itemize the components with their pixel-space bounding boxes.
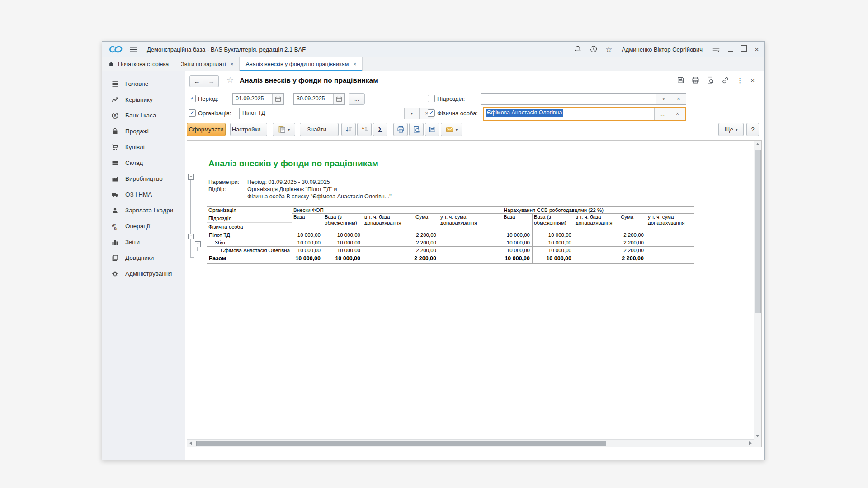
favorites-icon[interactable]: ☆ xyxy=(605,46,612,53)
link-button[interactable] xyxy=(722,76,729,84)
person-pick-button[interactable]: ... xyxy=(654,108,670,120)
sort-desc-button[interactable] xyxy=(341,123,356,136)
forward-button[interactable]: → xyxy=(204,75,219,87)
save-button[interactable] xyxy=(677,76,684,84)
sidebar-item-fixed-assets[interactable]: ОЗ і НМА xyxy=(102,187,185,202)
preview-report-button[interactable] xyxy=(409,123,424,136)
service-menu-icon[interactable] xyxy=(712,45,720,53)
sidebar-item-operations[interactable]: ДтКтОперації xyxy=(102,218,185,234)
user-name[interactable]: Админенко Віктор Сергійович xyxy=(622,46,703,53)
main-menu-icon[interactable] xyxy=(129,46,138,53)
person-value[interactable]: Єфімова Анастасія Олегівна xyxy=(484,108,654,120)
sidebar-item-bank-cash[interactable]: ₴Банк і каса xyxy=(102,108,185,123)
period-to-value[interactable]: 30.09.2025 xyxy=(294,94,333,104)
organization-value[interactable]: Пілот ТД xyxy=(240,108,404,119)
find-button[interactable]: Знайти... xyxy=(300,123,339,136)
tab-salary-reports[interactable]: Звіти по зарплаті× xyxy=(175,57,240,71)
save-report-button[interactable] xyxy=(425,123,439,136)
vertical-scroll-thumb[interactable] xyxy=(755,150,761,313)
tab-close-icon[interactable]: × xyxy=(353,61,356,67)
person-checkbox[interactable]: ✓ xyxy=(428,109,435,117)
preview-button[interactable] xyxy=(707,76,714,84)
vertical-scrollbar[interactable] xyxy=(754,141,761,440)
department-checkbox[interactable] xyxy=(428,95,435,102)
print-report-button[interactable] xyxy=(393,123,408,136)
period-more-button[interactable]: ... xyxy=(349,93,365,105)
organization-input[interactable]: Пілот ТД ▾ × xyxy=(239,108,434,119)
maximize-button[interactable] xyxy=(741,45,747,53)
period-from-input[interactable]: 01.09.2025 xyxy=(232,93,284,105)
sidebar-item-label: Банк і каса xyxy=(125,112,156,119)
column-header[interactable]: у т. ч. сума донарахування xyxy=(646,214,694,231)
sidebar-item-warehouse[interactable]: Склад xyxy=(102,155,185,171)
sidebar-item-manager[interactable]: Керівнику xyxy=(102,92,185,108)
period-from-value[interactable]: 01.09.2025 xyxy=(233,94,272,104)
more-button[interactable]: Ще▾ xyxy=(718,123,744,136)
scroll-right-button[interactable] xyxy=(749,441,752,445)
column-header[interactable]: у т. ч. сума донарахування xyxy=(439,214,502,231)
horizontal-scrollbar[interactable] xyxy=(187,439,754,447)
row-header-column[interactable]: ОрганізаціяПідрозділФізична особа xyxy=(207,207,292,231)
sidebar-item-administration[interactable]: Адміністрування xyxy=(102,266,185,282)
print-button[interactable] xyxy=(692,76,699,84)
sidebar-item-salary-hr[interactable]: Зарплата і кадри xyxy=(102,202,185,218)
column-header[interactable]: в т. ч. база донарахування xyxy=(574,214,619,231)
column-header[interactable]: в т. ч. база донарахування xyxy=(363,214,414,231)
column-header[interactable]: База (з обмеженням) xyxy=(323,214,363,231)
sidebar-item-main[interactable]: Головне xyxy=(102,76,185,92)
column-header[interactable]: Сума xyxy=(414,214,439,231)
tab-home[interactable]: Початкова сторінка xyxy=(102,57,175,71)
scroll-down-button[interactable] xyxy=(756,435,760,437)
sum-button[interactable]: Σ xyxy=(373,123,387,136)
table-row[interactable]: Єфімова Анастасія Олегівна10 000,0010 00… xyxy=(207,247,694,254)
sidebar-item-directories[interactable]: Довідники xyxy=(102,250,185,266)
history-icon[interactable] xyxy=(590,45,598,53)
generate-button[interactable]: Сформувати xyxy=(187,123,226,136)
settings-button[interactable]: Настройки... xyxy=(230,123,267,136)
person-clear-button[interactable]: × xyxy=(670,108,685,120)
sort-asc-button[interactable] xyxy=(357,123,372,136)
mail-button[interactable]: ▾ xyxy=(441,123,462,136)
help-button[interactable]: ? xyxy=(746,123,759,136)
department-input[interactable]: ▾ × xyxy=(481,93,686,105)
horizontal-scroll-thumb[interactable] xyxy=(196,441,606,446)
group-expander[interactable]: − xyxy=(195,241,201,247)
table-row-total[interactable]: Разом10 000,0010 000,002 200,0010 000,00… xyxy=(207,254,694,264)
report-variant-button[interactable]: ▾ xyxy=(273,123,295,136)
period-checkbox[interactable]: ✓ xyxy=(189,95,196,102)
tab-close-icon[interactable]: × xyxy=(230,61,233,67)
column-group-header[interactable]: Нарахування ЄСВ роботодавцями (22 %) xyxy=(502,207,694,214)
column-header[interactable]: База xyxy=(292,214,323,231)
table-row[interactable]: Збут10 000,0010 000,002 200,0010 000,001… xyxy=(207,239,694,247)
period-to-input[interactable]: 30.09.2025 xyxy=(293,93,345,105)
column-header[interactable]: База (з обмеженням) xyxy=(533,214,574,231)
organization-checkbox[interactable]: ✓ xyxy=(189,109,196,117)
period-from-calendar-button[interactable] xyxy=(272,94,283,104)
group-expander[interactable]: − xyxy=(188,234,194,239)
column-group-header[interactable]: Внески ФОП xyxy=(292,207,502,214)
table-row[interactable]: Пілот ТД10 000,0010 000,002 200,0010 000… xyxy=(207,231,694,239)
close-button[interactable]: × xyxy=(755,46,759,53)
minimize-button[interactable] xyxy=(728,45,733,53)
sidebar-item-production[interactable]: Виробництво xyxy=(102,171,185,187)
back-button[interactable]: ← xyxy=(189,75,204,87)
sidebar-item-purchases[interactable]: Купівлі xyxy=(102,139,185,155)
column-header[interactable]: База xyxy=(502,214,533,231)
department-dropdown-button[interactable]: ▾ xyxy=(656,94,671,104)
more-menu-button[interactable]: ⋮ xyxy=(736,77,743,84)
favorite-star-icon[interactable]: ☆ xyxy=(226,76,234,84)
sidebar-item-sales[interactable]: Продажі xyxy=(102,123,185,139)
column-header[interactable]: Сума xyxy=(619,214,646,231)
scroll-left-button[interactable] xyxy=(189,441,192,445)
department-clear-button[interactable]: × xyxy=(671,94,686,104)
department-value[interactable] xyxy=(481,94,656,104)
scroll-up-button[interactable] xyxy=(756,143,760,145)
sidebar-item-reports[interactable]: Звіти xyxy=(102,234,185,250)
person-input[interactable]: Єфімова Анастасія Олегівна ... × xyxy=(483,107,686,121)
tab-fund-analysis[interactable]: Аналіз внесків у фонди по працівникам× xyxy=(240,57,363,71)
group-expander[interactable]: − xyxy=(188,174,194,180)
notifications-icon[interactable] xyxy=(574,45,582,53)
close-form-button[interactable]: × xyxy=(750,77,755,84)
organization-dropdown-button[interactable]: ▾ xyxy=(404,108,419,119)
period-to-calendar-button[interactable] xyxy=(333,94,344,104)
